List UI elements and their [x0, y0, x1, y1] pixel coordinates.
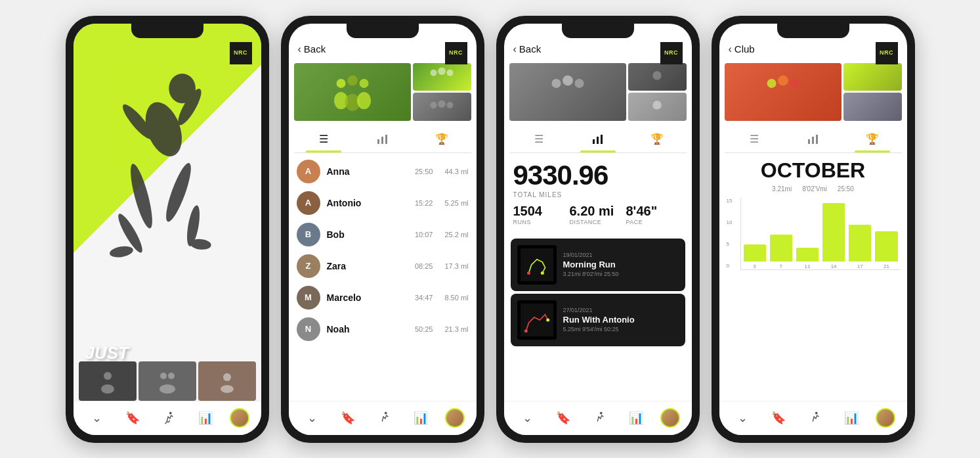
member-item-anna[interactable]: A Anna 25:50 44.3 ml: [289, 156, 477, 187]
nav-avatar-4[interactable]: [876, 408, 895, 428]
run-svg-4: [807, 411, 822, 425]
run-svg: [161, 411, 176, 425]
run-cards: 19/01/2021 Morning Run 3.21mi 8'02'/mi 2…: [504, 236, 692, 349]
photo-side-4b: [843, 93, 902, 121]
nav-chart-icon-2[interactable]: 📊: [409, 406, 433, 430]
svg-point-44: [540, 271, 543, 275]
tab-trophy-2[interactable]: 🏆: [412, 126, 471, 152]
member-name-5: Noah: [327, 324, 408, 334]
nav-home-icon-2[interactable]: ⌄: [300, 406, 324, 430]
nav-avatar-3[interactable]: [660, 408, 680, 428]
phone-4: NRC ‹ Club ☰: [712, 16, 915, 443]
nav-run-icon-2[interactable]: [372, 406, 396, 430]
member-list-container: A Anna 25:50 44.3 ml A Antonio 15:22 5.2…: [289, 156, 477, 345]
nrc-logo-3: NRC: [660, 42, 683, 64]
group-photo-side-1: [413, 63, 471, 91]
avatar-zara: Z: [297, 254, 320, 278]
bar-label-14: 14: [831, 263, 837, 269]
run-card-morning[interactable]: 19/01/2021 Morning Run 3.21mi 8'02'/mi 2…: [511, 239, 685, 291]
tab-trophy-4[interactable]: 🏆: [843, 126, 902, 152]
bottom-nav-3: ⌄ 🔖 📊: [504, 401, 692, 435]
svg-point-18: [336, 78, 345, 87]
nrc-logo-2: NRC: [445, 42, 467, 64]
nav-chart-icon-4[interactable]: 📊: [840, 406, 863, 430]
svg-point-15: [223, 373, 231, 381]
member-time-5: 50:25: [415, 325, 433, 333]
member-name-0: Anna: [327, 166, 408, 177]
svg-rect-32: [385, 135, 387, 144]
svg-point-23: [357, 92, 371, 109]
y-label-10: 10: [727, 219, 733, 225]
member-item-marcelo[interactable]: M Marcelo 34:47 8.50 ml: [289, 282, 477, 313]
tab-chart-2[interactable]: [353, 126, 412, 152]
svg-point-43: [527, 271, 530, 275]
nav-bookmark-icon-4[interactable]: 🔖: [767, 406, 790, 430]
member-item-antonio[interactable]: A Antonio 15:22 5.25 ml: [289, 187, 477, 219]
nrc-logo-4: NRC: [876, 42, 898, 64]
photo-side-3a: [628, 63, 687, 91]
nav-chart-icon[interactable]: 📊: [194, 406, 217, 430]
bar-14: [822, 203, 845, 262]
back-chevron-3: ‹: [513, 43, 517, 55]
nav-run-icon-3[interactable]: [587, 406, 611, 430]
notch-2: [347, 24, 419, 38]
svg-point-10: [104, 372, 112, 380]
member-dist-2: 25.2 ml: [444, 231, 468, 239]
bar-col-3: 3: [744, 203, 766, 269]
nav-chart-icon-3[interactable]: 📊: [624, 406, 648, 430]
svg-point-37: [652, 71, 661, 80]
side-svg-3a: [641, 64, 673, 90]
people-icon-2: [154, 368, 181, 394]
run-svg-3: [592, 411, 607, 425]
bar-col-7: 7: [770, 203, 792, 269]
photo-thumb-3: [198, 361, 256, 401]
member-item-bob[interactable]: B Bob 10:07 25.2 ml: [289, 219, 477, 250]
tab-list-2[interactable]: ☰: [294, 126, 353, 152]
avatar-marcelo: M: [297, 286, 320, 309]
bar-col-21: 21: [875, 203, 897, 269]
nav-bookmark-icon-2[interactable]: 🔖: [336, 406, 360, 430]
svg-point-24: [431, 70, 437, 76]
svg-point-29: [447, 102, 454, 108]
bar-21: [875, 231, 897, 261]
nav-avatar-2[interactable]: [445, 408, 465, 428]
nav-home-icon-3[interactable]: ⌄: [515, 406, 539, 430]
member-dist-3: 17.3 ml: [444, 262, 468, 270]
nav-home-icon[interactable]: ⌄: [85, 406, 108, 430]
nav-run-icon-4[interactable]: [803, 406, 826, 430]
run-title-2: Run With Antonio: [563, 315, 679, 325]
bar-label-3: 3: [753, 263, 756, 269]
bar-chart-october: 15 10 5 0 3711141721: [719, 198, 907, 401]
tab-list-4[interactable]: ☰: [725, 126, 784, 152]
tab-list-3[interactable]: ☰: [509, 126, 568, 152]
member-name-4: Marcelo: [327, 292, 408, 303]
member-item-noah[interactable]: N Noah 50:25 21.3 ml: [289, 313, 477, 345]
avatar-bob: B: [297, 223, 320, 246]
y-axis: 15 10 5 0: [727, 198, 733, 269]
tab-trophy-3[interactable]: 🏆: [628, 126, 687, 152]
tab-chart-3[interactable]: [568, 126, 628, 152]
stat-distance: 6.20 mi DISTANCE: [570, 204, 626, 225]
nav-bookmark-icon-3[interactable]: 🔖: [551, 406, 575, 430]
nav-run-icon[interactable]: [157, 406, 181, 430]
back-chevron-2: ‹: [298, 43, 301, 55]
tab-chart-4[interactable]: [784, 126, 843, 152]
nav-avatar-1[interactable]: [230, 408, 249, 428]
nav-home-icon-4[interactable]: ⌄: [731, 406, 754, 430]
member-dist-5: 21.3 ml: [444, 325, 468, 333]
total-miles-label: TOTAL MILES: [513, 191, 683, 198]
run-card-antonio[interactable]: 27/01/2021 Run With Antonio 5.25mi 9'54'…: [511, 294, 685, 346]
nav-bookmark-icon[interactable]: 🔖: [121, 406, 144, 430]
tab-bar-4: ☰ 🏆: [725, 126, 902, 153]
y-label-0: 0: [727, 263, 733, 269]
group-photo-main-3: [509, 63, 626, 121]
map-route-1: [521, 248, 553, 281]
bar-label-17: 17: [857, 263, 863, 269]
total-miles-value: 9330.96: [513, 160, 683, 191]
stat-runs-label: RUNS: [513, 219, 570, 225]
sub-stat-2: 8'02'Vmi: [802, 185, 827, 193]
svg-rect-53: [812, 137, 814, 144]
member-item-zara[interactable]: Z Zara 08:25 17.3 ml: [289, 250, 477, 282]
chart-tab-icon-2: [377, 134, 389, 145]
bar-11: [796, 248, 819, 261]
